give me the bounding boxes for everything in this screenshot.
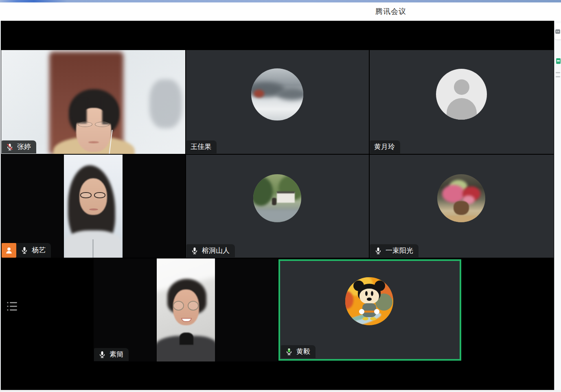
host-person-badge (2, 243, 16, 258)
titlebar[interactable]: 腾讯会议 (0, 2, 561, 21)
participant-label: 杨艺 (16, 243, 51, 258)
meeting-window: 腾讯会议 张婷 (0, 0, 561, 392)
mic-on-icon (98, 350, 106, 359)
mic-on-icon (374, 247, 382, 255)
panel-tab-icon (555, 29, 560, 34)
participant-name: 素簡 (110, 348, 123, 361)
participant-label: 榕洞山人 (186, 244, 235, 257)
side-panel-tab[interactable] (554, 23, 561, 39)
mic-muted-icon (6, 143, 14, 151)
member-list-button[interactable] (6, 300, 18, 312)
member-list-icon (7, 301, 18, 312)
participant-tile-zhangting[interactable]: 张婷 (1, 50, 185, 154)
participant-tile-huangyi-active-speaker[interactable]: 黄毅 (278, 259, 461, 361)
participant-name: 王佳果 (191, 140, 211, 153)
silhouette-head (454, 79, 469, 95)
participant-label: 素簡 (94, 348, 129, 361)
window-bottom-edge (0, 390, 561, 392)
panel-text-fragment (556, 72, 560, 73)
participant-label: 张婷 (2, 140, 36, 153)
participant-name: 黄毅 (296, 345, 310, 358)
mic-on-icon (20, 246, 28, 254)
participant-tile-yangyi[interactable]: 杨艺 (1, 155, 185, 258)
participant-tile-yishuyangguang[interactable]: 一束阳光 (370, 155, 554, 258)
participant-label: 黄毅 (281, 345, 316, 358)
avatar-park-scene (253, 174, 301, 222)
mic-speaking-icon (285, 348, 293, 356)
participant-tile-huangyueling[interactable]: 黄月玲 (370, 50, 554, 154)
mickey-face (359, 289, 379, 304)
silhouette-body (447, 98, 477, 120)
participant-label: 一束阳光 (370, 244, 419, 257)
avatar-mountains (251, 68, 303, 120)
participant-name: 一束阳光 (386, 244, 413, 257)
participant-name: 榕洞山人 (202, 244, 230, 257)
avatar-default-person (436, 69, 487, 120)
participant-tile-rongdongshanren[interactable]: 榕洞山人 (186, 155, 369, 258)
participant-tile-wangjiaguo[interactable]: 王佳果 (186, 50, 369, 154)
participant-label: 王佳果 (186, 140, 217, 153)
webcam-video (64, 155, 123, 258)
participant-label: 黄月玲 (370, 140, 400, 153)
participant-name: 黄月玲 (374, 140, 395, 153)
panel-green-icon[interactable] (556, 58, 561, 64)
panel-text-fragment (556, 76, 560, 77)
participant-name: 张婷 (17, 140, 31, 153)
participant-name: 杨艺 (32, 244, 46, 257)
avatar-flowers (437, 174, 485, 222)
webcam-video (157, 258, 215, 361)
person-icon (4, 246, 13, 255)
meeting-title: 腾讯会议 (375, 2, 406, 21)
participant-tile-sujian[interactable]: 素簡 (94, 258, 278, 361)
mic-on-icon (191, 247, 199, 255)
avatar-mickey (345, 277, 393, 325)
webcam-video (1, 50, 185, 154)
